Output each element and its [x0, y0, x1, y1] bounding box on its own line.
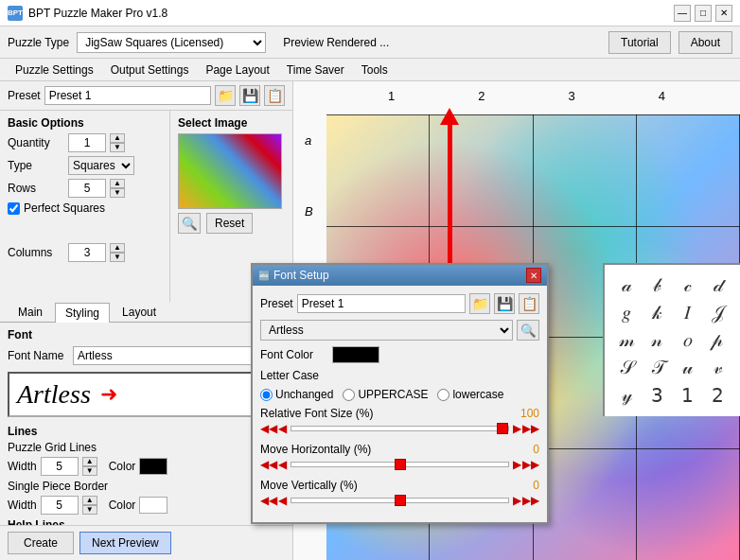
open-preset-button[interactable]: 📁	[215, 85, 236, 106]
font-sample-panel: 𝒶 𝒷 𝒸 𝒹 𝑔 𝓀 𝐼 𝒥 𝓂 𝓃 𝑜 𝓅 𝒮 𝒯 𝓊 𝓋 𝓎 𝟥 𝟣 𝟤	[603, 263, 740, 416]
perfect-squares-checkbox[interactable]	[8, 202, 20, 215]
perfect-squares-row: Perfect Squares	[8, 201, 162, 215]
grid-width-down[interactable]: ▼	[82, 466, 97, 476]
dialog-close-button[interactable]: ✕	[526, 268, 541, 283]
move-vertical-right-arrow1[interactable]: ▶	[513, 494, 521, 507]
font-size-right-arrow1[interactable]: ▶	[513, 422, 521, 435]
columns-input[interactable]	[68, 243, 106, 262]
dialog-save-preset-button[interactable]: 💾	[494, 293, 515, 314]
grid-width-input[interactable]	[41, 457, 79, 476]
menu-puzzle-settings[interactable]: Puzzle Settings	[8, 61, 101, 79]
dialog-titlebar: 🔤 Font Setup ✕	[253, 265, 547, 286]
move-horizontal-right-arrow2[interactable]: ▶▶	[522, 458, 539, 471]
dialog-content: Preset 📁 💾 📋 Artless 🔍 Font Color Letter…	[253, 286, 547, 522]
sample-u: 𝓊	[674, 355, 702, 380]
columns-down[interactable]: ▼	[110, 253, 125, 262]
menu-time-saver[interactable]: Time Saver	[279, 61, 352, 79]
move-horizontal-left-arrow1[interactable]: ◀◀	[260, 458, 277, 471]
preset-input[interactable]	[44, 86, 211, 105]
font-size-thumb[interactable]	[497, 423, 508, 434]
move-horizontal-right-arrow1[interactable]: ▶	[513, 458, 521, 471]
sample-1: 𝟣	[674, 382, 702, 409]
quantity-down[interactable]: ▼	[110, 143, 125, 152]
grid-color-swatch[interactable]	[139, 458, 167, 475]
menu-output-settings[interactable]: Output Settings	[103, 61, 197, 79]
menu-page-layout[interactable]: Page Layout	[198, 61, 276, 79]
uppercase-radio[interactable]	[343, 389, 355, 401]
border-width-input[interactable]	[41, 496, 79, 515]
font-size-left-arrow2[interactable]: ◀	[278, 422, 287, 435]
tab-layout[interactable]: Layout	[112, 302, 167, 322]
move-vertical-track[interactable]	[291, 498, 509, 503]
move-vertical-label: Move Vertically (%)	[260, 479, 358, 492]
menu-tools[interactable]: Tools	[354, 61, 396, 79]
type-select[interactable]: Squares	[68, 156, 134, 175]
move-vertical-left-arrow1[interactable]: ◀◀	[260, 494, 277, 507]
dialog-preset-input[interactable]	[297, 294, 466, 313]
move-vertical-right-arrow2[interactable]: ▶▶	[522, 494, 539, 507]
width-label2: Width	[8, 499, 37, 512]
dialog-browse-font-button[interactable]: 🔍	[517, 320, 539, 341]
move-horizontal-right-arrows: ▶ ▶▶	[513, 458, 539, 471]
letter-case-label: Letter Case	[260, 369, 319, 382]
columns-up[interactable]: ▲	[110, 243, 125, 253]
tutorial-button[interactable]: Tutorial	[608, 31, 671, 54]
font-select-dropdown[interactable]: Artless	[260, 320, 513, 341]
font-size-right-arrow2[interactable]: ▶▶	[522, 422, 539, 435]
move-horizontal-thumb[interactable]	[395, 459, 406, 470]
grid-width-up[interactable]: ▲	[82, 457, 97, 466]
save-as-preset-button[interactable]: 📋	[264, 85, 285, 106]
move-horizontal-track[interactable]	[291, 462, 509, 467]
width-label1: Width	[8, 460, 37, 473]
save-preset-button[interactable]: 💾	[239, 85, 260, 106]
font-section-title: Font	[8, 328, 285, 341]
title-bar: BPT BPT Puzzle Maker Pro v1.8 — □ ✕	[0, 0, 740, 26]
move-vertical-left-arrow2[interactable]: ◀	[278, 494, 287, 507]
quantity-up[interactable]: ▲	[110, 133, 125, 143]
sample-o: 𝑜	[674, 327, 702, 353]
border-width-down[interactable]: ▼	[82, 505, 97, 515]
font-size-track[interactable]	[291, 426, 509, 431]
rows-down[interactable]: ▼	[110, 188, 125, 198]
tab-main[interactable]: Main	[8, 302, 53, 322]
move-vertical-thumb[interactable]	[395, 495, 406, 506]
letter-case-row: Letter Case	[260, 369, 539, 382]
font-size-label-row: Relative Font Size (%) 100	[260, 407, 539, 420]
search-image-button[interactable]: 🔍	[178, 213, 201, 234]
maximize-button[interactable]: □	[695, 5, 712, 22]
font-name-input[interactable]	[73, 346, 258, 365]
preset-label: Preset	[8, 89, 41, 102]
move-horizontal-left-arrow2[interactable]: ◀	[278, 458, 287, 471]
font-color-swatch[interactable]	[332, 346, 379, 363]
rows-up[interactable]: ▲	[110, 179, 125, 188]
unchanged-option: Unchanged	[260, 388, 333, 401]
next-preview-button[interactable]: Next Preview	[79, 532, 171, 554]
unchanged-radio[interactable]	[260, 389, 273, 401]
quantity-input[interactable]	[68, 133, 106, 152]
about-button[interactable]: About	[678, 31, 732, 54]
minimize-button[interactable]: —	[674, 5, 691, 22]
close-button[interactable]: ✕	[715, 5, 732, 22]
arrow-head-up	[440, 108, 459, 125]
type-label: Type	[8, 159, 64, 172]
arrow-shaft-vertical	[448, 125, 452, 267]
border-color-swatch[interactable]	[139, 497, 167, 514]
move-horizontal-value: 0	[533, 443, 539, 456]
font-select-row: Artless 🔍	[260, 320, 539, 341]
uppercase-label: UPPERCASE	[358, 388, 428, 401]
font-size-left-arrow1[interactable]: ◀◀	[260, 422, 277, 435]
rows-input[interactable]	[68, 179, 106, 198]
tab-styling[interactable]: Styling	[55, 303, 110, 323]
app-icon: BPT	[8, 6, 23, 21]
lowercase-radio[interactable]	[437, 389, 449, 401]
dialog-open-preset-button[interactable]: 📁	[469, 293, 490, 314]
reset-button[interactable]: Reset	[206, 213, 253, 234]
puzzle-type-select[interactable]: JigSaw Squares (Licensed)	[77, 32, 266, 53]
move-vertical-right-arrows: ▶ ▶▶	[513, 494, 539, 507]
row-letters: a B	[305, 133, 313, 219]
dialog-save-as-preset-button[interactable]: 📋	[519, 293, 539, 314]
create-button[interactable]: Create	[8, 532, 74, 554]
border-width-up[interactable]: ▲	[82, 496, 97, 505]
app-title: BPT Puzzle Maker Pro v1.8	[28, 7, 167, 20]
rows-row: Rows ▲ ▼	[8, 179, 162, 198]
